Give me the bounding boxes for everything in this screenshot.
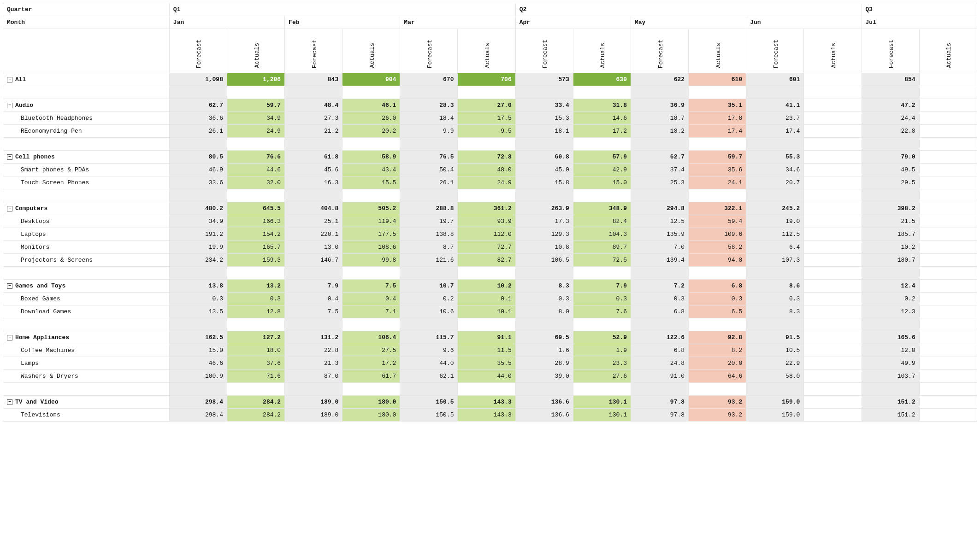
data-cell[interactable]: 45.6: [285, 164, 342, 176]
data-cell[interactable]: 39.0: [515, 370, 573, 383]
header-metric[interactable]: Forecast: [169, 29, 227, 73]
data-cell[interactable]: 104.3: [573, 228, 631, 241]
data-cell[interactable]: 76.5: [400, 151, 458, 164]
data-cell[interactable]: 7.9: [573, 280, 631, 293]
data-cell[interactable]: 106.5: [515, 254, 573, 267]
data-cell[interactable]: 76.6: [227, 151, 284, 164]
data-cell[interactable]: 37.6: [227, 357, 284, 370]
data-cell[interactable]: 0.3: [573, 293, 631, 305]
data-cell[interactable]: 93.2: [689, 396, 746, 409]
collapse-icon[interactable]: −: [7, 77, 12, 82]
data-cell[interactable]: 33.6: [169, 176, 227, 189]
data-cell[interactable]: 143.3: [458, 396, 515, 409]
data-cell[interactable]: 189.0: [285, 409, 342, 422]
data-cell[interactable]: 135.9: [631, 228, 688, 241]
data-cell[interactable]: 130.1: [573, 396, 631, 409]
header-metric[interactable]: Actuals: [689, 29, 746, 73]
data-cell[interactable]: 0.4: [285, 293, 342, 305]
data-cell[interactable]: 15.3: [515, 112, 573, 125]
data-cell[interactable]: 7.5: [285, 305, 342, 318]
data-cell[interactable]: 13.8: [169, 280, 227, 293]
data-cell[interactable]: 22.8: [862, 125, 919, 138]
row-label-group[interactable]: −Audio: [3, 99, 170, 112]
data-cell[interactable]: 91.1: [458, 331, 515, 344]
data-cell[interactable]: 15.5: [342, 176, 400, 189]
data-cell[interactable]: 185.7: [862, 228, 919, 241]
data-cell[interactable]: [804, 409, 862, 422]
data-cell[interactable]: 23.7: [746, 112, 804, 125]
data-cell[interactable]: 159.0: [746, 409, 804, 422]
data-cell[interactable]: 44.0: [458, 370, 515, 383]
data-cell[interactable]: 298.4: [169, 396, 227, 409]
data-cell[interactable]: 35.5: [458, 357, 515, 370]
data-cell[interactable]: 11.5: [458, 344, 515, 357]
data-cell[interactable]: 59.7: [689, 151, 746, 164]
data-cell[interactable]: 573: [515, 73, 573, 86]
data-cell[interactable]: 26.1: [400, 176, 458, 189]
data-cell[interactable]: [919, 176, 977, 189]
data-cell[interactable]: 13.5: [169, 305, 227, 318]
data-cell[interactable]: 24.9: [458, 176, 515, 189]
data-cell[interactable]: 854: [862, 73, 919, 86]
data-cell[interactable]: 28.3: [400, 99, 458, 112]
data-cell[interactable]: 361.2: [458, 202, 515, 215]
data-cell[interactable]: 180.0: [342, 409, 400, 422]
data-cell[interactable]: 8.3: [515, 280, 573, 293]
header-metric[interactable]: Actuals: [919, 29, 977, 73]
data-cell[interactable]: 19.9: [169, 241, 227, 254]
data-cell[interactable]: 10.2: [458, 280, 515, 293]
data-cell[interactable]: 27.3: [285, 112, 342, 125]
header-metric[interactable]: Actuals: [804, 29, 862, 73]
data-cell[interactable]: 44.0: [400, 357, 458, 370]
header-metric[interactable]: Forecast: [400, 29, 458, 73]
data-cell[interactable]: 92.8: [689, 331, 746, 344]
data-cell[interactable]: 91.5: [746, 331, 804, 344]
data-cell[interactable]: 151.2: [862, 409, 919, 422]
data-cell[interactable]: 24.9: [227, 125, 284, 138]
data-cell[interactable]: 19.0: [746, 215, 804, 228]
data-cell[interactable]: 610: [689, 73, 746, 86]
data-cell[interactable]: 18.2: [631, 125, 688, 138]
data-cell[interactable]: [919, 331, 977, 344]
data-cell[interactable]: 46.9: [169, 164, 227, 176]
data-cell[interactable]: [919, 215, 977, 228]
data-cell[interactable]: 100.9: [169, 370, 227, 383]
data-cell[interactable]: 107.3: [746, 254, 804, 267]
data-cell[interactable]: 17.2: [573, 125, 631, 138]
data-cell[interactable]: [919, 125, 977, 138]
data-cell[interactable]: 154.2: [227, 228, 284, 241]
data-cell[interactable]: 6.8: [689, 280, 746, 293]
data-cell[interactable]: 645.5: [227, 202, 284, 215]
header-month[interactable]: May: [631, 16, 746, 29]
data-cell[interactable]: 50.4: [400, 164, 458, 176]
data-cell[interactable]: [919, 202, 977, 215]
row-label-group[interactable]: −All: [3, 73, 170, 86]
data-cell[interactable]: 25.3: [631, 176, 688, 189]
data-cell[interactable]: 108.6: [342, 241, 400, 254]
data-cell[interactable]: [919, 73, 977, 86]
data-cell[interactable]: [919, 396, 977, 409]
data-cell[interactable]: 17.4: [746, 125, 804, 138]
data-cell[interactable]: 24.8: [631, 357, 688, 370]
data-cell[interactable]: 9.9: [400, 125, 458, 138]
data-cell[interactable]: [804, 228, 862, 241]
data-cell[interactable]: [804, 73, 862, 86]
data-cell[interactable]: 97.8: [631, 396, 688, 409]
data-cell[interactable]: [804, 151, 862, 164]
data-cell[interactable]: 630: [573, 73, 631, 86]
data-cell[interactable]: [804, 280, 862, 293]
data-cell[interactable]: 1,098: [169, 73, 227, 86]
data-cell[interactable]: 93.2: [689, 409, 746, 422]
collapse-icon[interactable]: −: [7, 154, 12, 160]
data-cell[interactable]: [804, 396, 862, 409]
data-cell[interactable]: 180.0: [342, 396, 400, 409]
data-cell[interactable]: 670: [400, 73, 458, 86]
data-cell[interactable]: 59.7: [227, 99, 284, 112]
data-cell[interactable]: 12.3: [862, 305, 919, 318]
data-cell[interactable]: 87.0: [285, 370, 342, 383]
data-cell[interactable]: 82.4: [573, 215, 631, 228]
data-cell[interactable]: [804, 370, 862, 383]
data-cell[interactable]: 42.9: [573, 164, 631, 176]
row-label-group[interactable]: −Cell phones: [3, 151, 170, 164]
data-cell[interactable]: 0.2: [862, 293, 919, 305]
